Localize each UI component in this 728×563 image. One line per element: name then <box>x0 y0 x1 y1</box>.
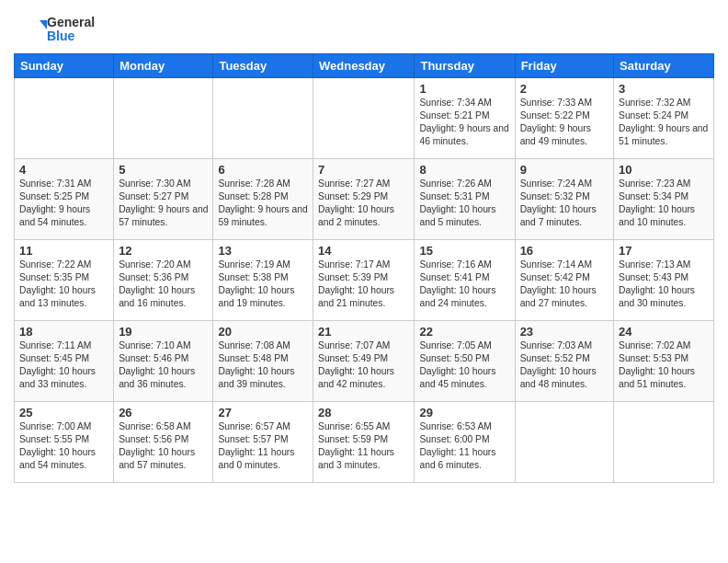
day-number: 29 <box>419 406 509 419</box>
calendar-cell: 29Sunrise: 6:53 AM Sunset: 6:00 PM Dayli… <box>415 402 515 483</box>
cell-content: Sunrise: 7:14 AM Sunset: 5:42 PM Dayligh… <box>520 259 609 310</box>
calendar-col-header-monday: Monday <box>114 54 213 78</box>
calendar-week-row-3: 11Sunrise: 7:22 AM Sunset: 5:35 PM Dayli… <box>15 240 714 321</box>
calendar-cell: 21Sunrise: 7:07 AM Sunset: 5:49 PM Dayli… <box>313 321 415 402</box>
logo-general: General <box>47 16 95 29</box>
cell-content: Sunrise: 7:27 AM Sunset: 5:29 PM Dayligh… <box>318 178 409 229</box>
cell-content: Sunrise: 7:03 AM Sunset: 5:52 PM Dayligh… <box>520 339 609 391</box>
cell-content: Sunrise: 7:02 AM Sunset: 5:53 PM Dayligh… <box>619 339 709 391</box>
cell-content: Sunrise: 7:23 AM Sunset: 5:34 PM Dayligh… <box>619 178 709 229</box>
calendar-cell: 4Sunrise: 7:31 AM Sunset: 5:25 PM Daylig… <box>15 159 114 240</box>
calendar-cell <box>313 78 415 159</box>
day-number: 28 <box>318 406 409 419</box>
day-number: 27 <box>218 406 308 419</box>
day-number: 1 <box>419 82 509 96</box>
cell-content: Sunrise: 7:33 AM Sunset: 5:22 PM Dayligh… <box>520 97 609 148</box>
day-number: 11 <box>19 244 108 258</box>
day-number: 2 <box>520 82 609 96</box>
calendar-cell: 1Sunrise: 7:34 AM Sunset: 5:21 PM Daylig… <box>415 78 515 159</box>
day-number: 13 <box>218 244 308 258</box>
day-number: 12 <box>119 244 208 258</box>
day-number: 22 <box>419 325 509 339</box>
svg-rect-1 <box>14 13 40 46</box>
day-number: 6 <box>218 163 308 177</box>
cell-content: Sunrise: 7:05 AM Sunset: 5:50 PM Dayligh… <box>419 339 509 391</box>
calendar-cell <box>614 402 714 483</box>
calendar-cell: 12Sunrise: 7:20 AM Sunset: 5:36 PM Dayli… <box>114 240 213 321</box>
cell-content: Sunrise: 6:55 AM Sunset: 5:59 PM Dayligh… <box>318 420 409 472</box>
cell-content: Sunrise: 7:11 AM Sunset: 5:45 PM Dayligh… <box>19 339 108 391</box>
day-number: 14 <box>318 244 409 258</box>
day-number: 23 <box>520 325 609 339</box>
cell-content: Sunrise: 7:22 AM Sunset: 5:35 PM Dayligh… <box>19 259 108 310</box>
calendar-week-row-5: 25Sunrise: 7:00 AM Sunset: 5:55 PM Dayli… <box>15 402 714 483</box>
cell-content: Sunrise: 7:19 AM Sunset: 5:38 PM Dayligh… <box>218 259 308 310</box>
day-number: 7 <box>318 163 409 177</box>
calendar-cell: 5Sunrise: 7:30 AM Sunset: 5:27 PM Daylig… <box>114 159 213 240</box>
day-number: 20 <box>218 325 308 339</box>
day-number: 8 <box>419 163 509 177</box>
day-number: 25 <box>19 406 108 419</box>
calendar-cell: 24Sunrise: 7:02 AM Sunset: 5:53 PM Dayli… <box>614 321 714 402</box>
day-number: 16 <box>520 244 609 258</box>
cell-content: Sunrise: 7:24 AM Sunset: 5:32 PM Dayligh… <box>520 178 609 229</box>
calendar-cell: 14Sunrise: 7:17 AM Sunset: 5:39 PM Dayli… <box>313 240 415 321</box>
logo: General Blue <box>14 13 95 46</box>
logo-text: General Blue <box>47 16 95 44</box>
day-number: 17 <box>619 244 709 258</box>
cell-content: Sunrise: 7:00 AM Sunset: 5:55 PM Dayligh… <box>19 420 108 472</box>
page-header: General Blue <box>14 9 714 46</box>
calendar-cell: 9Sunrise: 7:24 AM Sunset: 5:32 PM Daylig… <box>515 159 613 240</box>
calendar-col-header-wednesday: Wednesday <box>313 54 415 78</box>
calendar-cell: 25Sunrise: 7:00 AM Sunset: 5:55 PM Dayli… <box>15 402 114 483</box>
calendar-cell: 18Sunrise: 7:11 AM Sunset: 5:45 PM Dayli… <box>15 321 114 402</box>
calendar-col-header-sunday: Sunday <box>15 54 114 78</box>
calendar-cell: 20Sunrise: 7:08 AM Sunset: 5:48 PM Dayli… <box>213 321 313 402</box>
cell-content: Sunrise: 7:08 AM Sunset: 5:48 PM Dayligh… <box>218 339 308 391</box>
calendar-cell: 28Sunrise: 6:55 AM Sunset: 5:59 PM Dayli… <box>313 402 415 483</box>
calendar-week-row-4: 18Sunrise: 7:11 AM Sunset: 5:45 PM Dayli… <box>15 321 714 402</box>
calendar-cell: 11Sunrise: 7:22 AM Sunset: 5:35 PM Dayli… <box>15 240 114 321</box>
calendar-cell: 3Sunrise: 7:32 AM Sunset: 5:24 PM Daylig… <box>614 78 714 159</box>
calendar-header-row: SundayMondayTuesdayWednesdayThursdayFrid… <box>15 54 714 78</box>
day-number: 26 <box>119 406 208 419</box>
logo-svg <box>14 13 47 46</box>
calendar-col-header-tuesday: Tuesday <box>213 54 313 78</box>
calendar-col-header-friday: Friday <box>515 54 613 78</box>
cell-content: Sunrise: 6:53 AM Sunset: 6:00 PM Dayligh… <box>419 420 509 472</box>
calendar-cell: 17Sunrise: 7:13 AM Sunset: 5:43 PM Dayli… <box>614 240 714 321</box>
calendar-cell <box>15 78 114 159</box>
cell-content: Sunrise: 6:58 AM Sunset: 5:56 PM Dayligh… <box>119 420 208 472</box>
day-number: 4 <box>19 163 108 177</box>
calendar-cell <box>213 78 313 159</box>
calendar-cell: 13Sunrise: 7:19 AM Sunset: 5:38 PM Dayli… <box>213 240 313 321</box>
calendar-week-row-2: 4Sunrise: 7:31 AM Sunset: 5:25 PM Daylig… <box>15 159 714 240</box>
calendar-cell: 15Sunrise: 7:16 AM Sunset: 5:41 PM Dayli… <box>415 240 515 321</box>
calendar-cell: 26Sunrise: 6:58 AM Sunset: 5:56 PM Dayli… <box>114 402 213 483</box>
day-number: 10 <box>619 163 709 177</box>
day-number: 18 <box>19 325 108 339</box>
calendar-week-row-1: 1Sunrise: 7:34 AM Sunset: 5:21 PM Daylig… <box>15 78 714 159</box>
cell-content: Sunrise: 7:10 AM Sunset: 5:46 PM Dayligh… <box>119 339 208 391</box>
calendar-cell: 19Sunrise: 7:10 AM Sunset: 5:46 PM Dayli… <box>114 321 213 402</box>
cell-content: Sunrise: 7:31 AM Sunset: 5:25 PM Dayligh… <box>19 178 108 229</box>
calendar-cell: 23Sunrise: 7:03 AM Sunset: 5:52 PM Dayli… <box>515 321 613 402</box>
calendar-cell: 16Sunrise: 7:14 AM Sunset: 5:42 PM Dayli… <box>515 240 613 321</box>
svg-marker-0 <box>40 20 47 29</box>
calendar-table: SundayMondayTuesdayWednesdayThursdayFrid… <box>14 53 714 483</box>
cell-content: Sunrise: 7:13 AM Sunset: 5:43 PM Dayligh… <box>619 259 709 310</box>
calendar-cell <box>114 78 213 159</box>
day-number: 5 <box>119 163 208 177</box>
cell-content: Sunrise: 6:57 AM Sunset: 5:57 PM Dayligh… <box>218 420 308 472</box>
calendar-cell: 10Sunrise: 7:23 AM Sunset: 5:34 PM Dayli… <box>614 159 714 240</box>
calendar-cell: 2Sunrise: 7:33 AM Sunset: 5:22 PM Daylig… <box>515 78 613 159</box>
day-number: 9 <box>520 163 609 177</box>
cell-content: Sunrise: 7:17 AM Sunset: 5:39 PM Dayligh… <box>318 259 409 310</box>
day-number: 24 <box>619 325 709 339</box>
day-number: 15 <box>419 244 509 258</box>
day-number: 21 <box>318 325 409 339</box>
calendar-col-header-thursday: Thursday <box>415 54 515 78</box>
cell-content: Sunrise: 7:20 AM Sunset: 5:36 PM Dayligh… <box>119 259 208 310</box>
calendar-cell: 22Sunrise: 7:05 AM Sunset: 5:50 PM Dayli… <box>415 321 515 402</box>
day-number: 19 <box>119 325 208 339</box>
